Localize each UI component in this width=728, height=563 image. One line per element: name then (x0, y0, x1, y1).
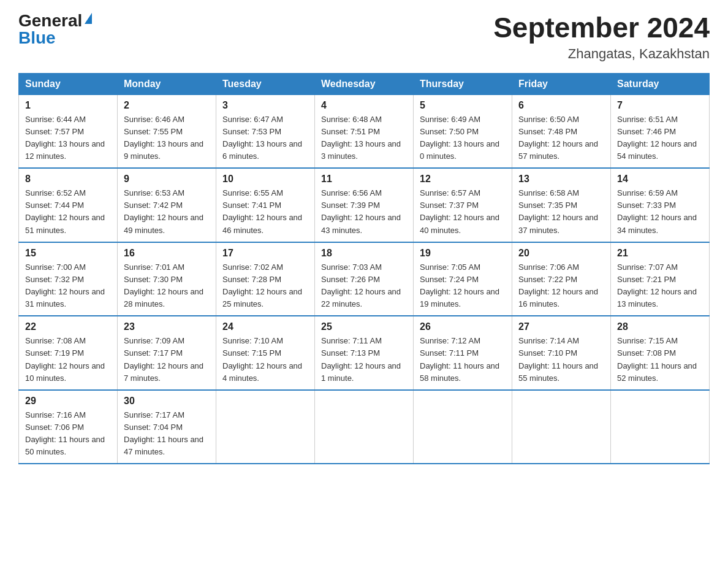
calendar-cell: 23Sunrise: 7:09 AMSunset: 7:17 PMDayligh… (118, 316, 216, 390)
day-info: Sunrise: 6:53 AMSunset: 7:42 PMDaylight:… (124, 187, 210, 237)
day-number: 20 (518, 248, 604, 259)
calendar-week-row: 8Sunrise: 6:52 AMSunset: 7:44 PMDaylight… (19, 168, 710, 242)
day-number: 15 (25, 248, 111, 259)
day-number: 19 (420, 248, 506, 259)
day-info: Sunrise: 6:50 AMSunset: 7:48 PMDaylight:… (518, 113, 604, 163)
day-number: 2 (124, 100, 210, 111)
day-number: 16 (124, 248, 210, 259)
day-info: Sunrise: 6:44 AMSunset: 7:57 PMDaylight:… (25, 113, 111, 163)
page-header: General Blue September 2024 Zhangatas, K… (18, 12, 710, 62)
calendar-cell: 13Sunrise: 6:58 AMSunset: 7:35 PMDayligh… (512, 168, 611, 242)
day-number: 28 (617, 321, 703, 332)
day-info: Sunrise: 7:11 AMSunset: 7:13 PMDaylight:… (321, 335, 407, 385)
day-info: Sunrise: 6:59 AMSunset: 7:33 PMDaylight:… (617, 187, 703, 237)
calendar-cell: 16Sunrise: 7:01 AMSunset: 7:30 PMDayligh… (118, 242, 216, 316)
calendar-week-row: 1Sunrise: 6:44 AMSunset: 7:57 PMDaylight… (19, 94, 710, 168)
day-number: 4 (321, 100, 407, 111)
calendar-cell: 26Sunrise: 7:12 AMSunset: 7:11 PMDayligh… (414, 316, 512, 390)
day-number: 6 (518, 100, 604, 111)
day-number: 3 (222, 100, 308, 111)
calendar-week-row: 15Sunrise: 7:00 AMSunset: 7:32 PMDayligh… (19, 242, 710, 316)
title-block: September 2024 Zhangatas, Kazakhstan (493, 12, 710, 62)
calendar-cell (611, 390, 710, 464)
day-info: Sunrise: 6:46 AMSunset: 7:55 PMDaylight:… (124, 113, 210, 163)
day-number: 17 (222, 248, 308, 259)
calendar-cell: 22Sunrise: 7:08 AMSunset: 7:19 PMDayligh… (19, 316, 118, 390)
location-text: Zhangatas, Kazakhstan (493, 46, 710, 62)
calendar-cell (512, 390, 611, 464)
day-info: Sunrise: 7:07 AMSunset: 7:21 PMDaylight:… (617, 261, 703, 311)
day-info: Sunrise: 7:16 AMSunset: 7:06 PMDaylight:… (25, 409, 111, 459)
calendar-cell: 14Sunrise: 6:59 AMSunset: 7:33 PMDayligh… (611, 168, 710, 242)
day-number: 1 (25, 100, 111, 111)
calendar-cell: 1Sunrise: 6:44 AMSunset: 7:57 PMDaylight… (19, 94, 118, 168)
calendar-cell: 7Sunrise: 6:51 AMSunset: 7:46 PMDaylight… (611, 94, 710, 168)
calendar-week-row: 22Sunrise: 7:08 AMSunset: 7:19 PMDayligh… (19, 316, 710, 390)
calendar-cell: 19Sunrise: 7:05 AMSunset: 7:24 PMDayligh… (414, 242, 512, 316)
day-info: Sunrise: 6:55 AMSunset: 7:41 PMDaylight:… (222, 187, 308, 237)
day-number: 12 (420, 174, 506, 185)
calendar-table: SundayMondayTuesdayWednesdayThursdayFrid… (18, 73, 710, 465)
calendar-cell: 12Sunrise: 6:57 AMSunset: 7:37 PMDayligh… (414, 168, 512, 242)
logo-general-text: General (18, 12, 82, 29)
logo-triangle-icon (85, 13, 92, 24)
day-number: 25 (321, 321, 407, 332)
day-number: 5 (420, 100, 506, 111)
day-number: 10 (222, 174, 308, 185)
calendar-cell: 28Sunrise: 7:15 AMSunset: 7:08 PMDayligh… (611, 316, 710, 390)
day-info: Sunrise: 7:09 AMSunset: 7:17 PMDaylight:… (124, 335, 210, 385)
calendar-cell (315, 390, 414, 464)
calendar-cell: 10Sunrise: 6:55 AMSunset: 7:41 PMDayligh… (216, 168, 315, 242)
logo: General Blue (18, 12, 92, 47)
day-info: Sunrise: 6:49 AMSunset: 7:50 PMDaylight:… (420, 113, 506, 163)
day-number: 14 (617, 174, 703, 185)
calendar-cell: 2Sunrise: 6:46 AMSunset: 7:55 PMDaylight… (118, 94, 216, 168)
day-info: Sunrise: 7:08 AMSunset: 7:19 PMDaylight:… (25, 335, 111, 385)
calendar-cell: 6Sunrise: 6:50 AMSunset: 7:48 PMDaylight… (512, 94, 611, 168)
calendar-cell: 29Sunrise: 7:16 AMSunset: 7:06 PMDayligh… (19, 390, 118, 464)
day-number: 9 (124, 174, 210, 185)
day-number: 8 (25, 174, 111, 185)
day-info: Sunrise: 7:03 AMSunset: 7:26 PMDaylight:… (321, 261, 407, 311)
calendar-cell: 24Sunrise: 7:10 AMSunset: 7:15 PMDayligh… (216, 316, 315, 390)
day-info: Sunrise: 7:05 AMSunset: 7:24 PMDaylight:… (420, 261, 506, 311)
day-number: 29 (25, 396, 111, 407)
day-info: Sunrise: 7:15 AMSunset: 7:08 PMDaylight:… (617, 335, 703, 385)
day-info: Sunrise: 7:10 AMSunset: 7:15 PMDaylight:… (222, 335, 308, 385)
day-number: 24 (222, 321, 308, 332)
calendar-week-row: 29Sunrise: 7:16 AMSunset: 7:06 PMDayligh… (19, 390, 710, 464)
calendar-cell: 27Sunrise: 7:14 AMSunset: 7:10 PMDayligh… (512, 316, 611, 390)
day-info: Sunrise: 6:56 AMSunset: 7:39 PMDaylight:… (321, 187, 407, 237)
weekday-header-thursday: Thursday (414, 73, 512, 94)
day-info: Sunrise: 7:06 AMSunset: 7:22 PMDaylight:… (518, 261, 604, 311)
day-info: Sunrise: 6:57 AMSunset: 7:37 PMDaylight:… (420, 187, 506, 237)
weekday-header-monday: Monday (118, 73, 216, 94)
calendar-cell (414, 390, 512, 464)
calendar-cell: 17Sunrise: 7:02 AMSunset: 7:28 PMDayligh… (216, 242, 315, 316)
weekday-header-sunday: Sunday (19, 73, 118, 94)
day-info: Sunrise: 6:47 AMSunset: 7:53 PMDaylight:… (222, 113, 308, 163)
day-number: 21 (617, 248, 703, 259)
calendar-cell: 11Sunrise: 6:56 AMSunset: 7:39 PMDayligh… (315, 168, 414, 242)
day-number: 11 (321, 174, 407, 185)
day-number: 27 (518, 321, 604, 332)
weekday-header-friday: Friday (512, 73, 611, 94)
day-info: Sunrise: 7:17 AMSunset: 7:04 PMDaylight:… (124, 409, 210, 459)
day-number: 22 (25, 321, 111, 332)
day-number: 30 (124, 396, 210, 407)
weekday-header-saturday: Saturday (611, 73, 710, 94)
calendar-cell: 21Sunrise: 7:07 AMSunset: 7:21 PMDayligh… (611, 242, 710, 316)
day-number: 23 (124, 321, 210, 332)
calendar-cell: 4Sunrise: 6:48 AMSunset: 7:51 PMDaylight… (315, 94, 414, 168)
day-info: Sunrise: 6:52 AMSunset: 7:44 PMDaylight:… (25, 187, 111, 237)
calendar-cell (216, 390, 315, 464)
calendar-cell: 5Sunrise: 6:49 AMSunset: 7:50 PMDaylight… (414, 94, 512, 168)
day-info: Sunrise: 7:14 AMSunset: 7:10 PMDaylight:… (518, 335, 604, 385)
weekday-header-tuesday: Tuesday (216, 73, 315, 94)
calendar-cell: 25Sunrise: 7:11 AMSunset: 7:13 PMDayligh… (315, 316, 414, 390)
calendar-cell: 8Sunrise: 6:52 AMSunset: 7:44 PMDaylight… (19, 168, 118, 242)
day-number: 26 (420, 321, 506, 332)
weekday-header-wednesday: Wednesday (315, 73, 414, 94)
day-info: Sunrise: 7:02 AMSunset: 7:28 PMDaylight:… (222, 261, 308, 311)
logo-blue-text: Blue (18, 29, 56, 47)
